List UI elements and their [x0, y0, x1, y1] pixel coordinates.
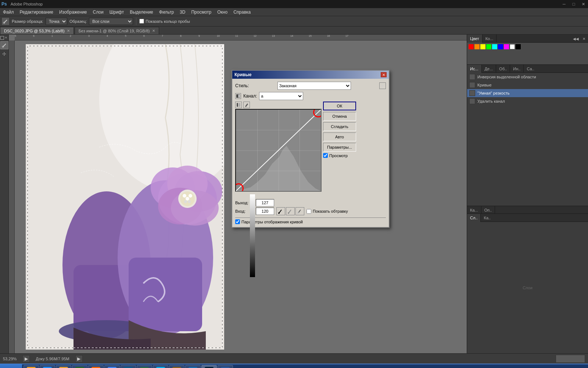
panel-tab-save[interactable]: Са..: [524, 65, 537, 73]
taskbar-media[interactable]: ▶: [72, 365, 87, 368]
taskbar-archive[interactable]: 📦: [169, 365, 184, 368]
swatch-cyan[interactable]: [492, 44, 497, 49]
swatch-green[interactable]: [486, 44, 491, 49]
ok-button[interactable]: ОК: [323, 102, 356, 110]
taskbar-explorer[interactable]: 📁: [24, 365, 39, 368]
panel-expand-btn[interactable]: ◀◀: [572, 35, 580, 43]
panel-collapse-btn[interactable]: ✕: [580, 35, 588, 43]
menubar: Файл Редактирование Изображение Слои Шри…: [0, 8, 588, 16]
minimize-button[interactable]: ─: [559, 0, 569, 8]
collapse-tools[interactable]: ✕: [5, 36, 8, 40]
taskbar-net[interactable]: 🌐: [121, 365, 136, 368]
size-select[interactable]: Точка: [46, 18, 67, 25]
menu-window[interactable]: Окно: [214, 8, 230, 16]
menu-select[interactable]: Выделение: [127, 8, 156, 16]
menu-file[interactable]: Файл: [0, 8, 17, 16]
swatch-blue[interactable]: [498, 44, 503, 49]
curves-titlebar: Кривые ✕: [232, 71, 389, 79]
panel-tab-color[interactable]: Цвет: [467, 35, 483, 43]
panel-controls: ◀◀ ✕: [572, 35, 588, 42]
menu-filter[interactable]: Фильтр: [156, 8, 177, 16]
status-arrow-btn[interactable]: ▶: [22, 355, 30, 362]
swatch-white[interactable]: [510, 44, 515, 49]
history-item-1[interactable]: Кривые: [467, 81, 588, 89]
history-item-3[interactable]: Удалить канал: [467, 97, 588, 105]
history-item-0[interactable]: Инверсия выделенной области: [467, 73, 588, 81]
swatch-red[interactable]: [469, 44, 474, 49]
photo-canvas: [26, 44, 224, 350]
panel-tab-info[interactable]: Ин..: [510, 65, 524, 73]
panel-tab-actions[interactable]: Де...: [482, 65, 496, 73]
preview-check[interactable]: [323, 153, 328, 158]
swatch-magenta[interactable]: [504, 44, 509, 49]
show-clipping-label[interactable]: Показать обтравку: [306, 209, 348, 214]
preview-toggle[interactable]: [235, 102, 242, 108]
black-eyedropper-btn[interactable]: [276, 207, 285, 215]
taskbar-chrome[interactable]: ◉: [104, 365, 120, 368]
taskbar-photoshop[interactable]: Ps: [201, 365, 217, 368]
swatch-orange[interactable]: [474, 44, 480, 49]
panel-tab-history[interactable]: Ис...: [467, 65, 482, 73]
swatch-black[interactable]: [516, 44, 521, 49]
history-item-2[interactable]: "Умная" резкость: [467, 89, 588, 97]
channel-select[interactable]: a: [259, 92, 303, 100]
tab-doc1[interactable]: DSC_0020.JPG @ 53,3% (Lab/8) ✕: [0, 27, 74, 34]
menu-layers[interactable]: Слои: [90, 8, 107, 16]
menu-edit[interactable]: Редактирование: [17, 8, 56, 16]
history-panel-content: Инверсия выделенной области Кривые "Умна…: [467, 73, 588, 204]
menu-image[interactable]: Изображение: [56, 8, 90, 16]
close-button[interactable]: ✕: [578, 0, 588, 8]
menu-3d[interactable]: 3D: [177, 8, 188, 16]
menu-view[interactable]: Просмотр: [188, 8, 214, 16]
status-thumbnail: [556, 355, 585, 363]
panel-tab-corrections[interactable]: Ко...: [483, 35, 497, 43]
status-nav-btn[interactable]: ▶: [75, 355, 83, 362]
pencil-btn[interactable]: [243, 102, 250, 108]
show-clipping-check[interactable]: [306, 209, 311, 214]
smooth-button[interactable]: Сгладить: [323, 122, 356, 131]
swatch-yellow[interactable]: [480, 44, 485, 49]
taskbar-outlook[interactable]: 📧: [185, 365, 201, 368]
panel-tab-channels[interactable]: Ка..: [481, 214, 494, 222]
taskbar-ie[interactable]: e: [40, 365, 55, 368]
curves-close-button[interactable]: ✕: [381, 72, 387, 77]
input-value[interactable]: [256, 208, 274, 215]
taskbar-items: 📁 e 📂 ▶ 🦊 ◉ 🌐 ⬇ S 📦 📧: [22, 365, 539, 368]
start-button[interactable]: ⊞: [0, 364, 22, 368]
white-eyedropper-btn[interactable]: [295, 207, 304, 215]
tab-doc2[interactable]: Без имени-1 @ 80% (Слой 19, RGB/8) ✕: [75, 27, 159, 34]
gray-eyedropper-btn[interactable]: [286, 207, 295, 215]
svg-point-20: [189, 194, 192, 198]
taskbar-skype[interactable]: S: [153, 365, 168, 368]
curves-menu-btn[interactable]: ≡: [379, 82, 386, 89]
expand-tools[interactable]: [0, 36, 4, 40]
taskbar-word[interactable]: W: [218, 365, 233, 368]
size-label: Размер образца:: [12, 19, 43, 24]
panel-tab-opacity[interactable]: Оп..: [481, 206, 495, 214]
maximize-button[interactable]: □: [569, 0, 578, 8]
options-button[interactable]: Параметры...: [323, 143, 356, 152]
taskbar-files[interactable]: 📂: [56, 365, 71, 368]
panel-tab-channels2[interactable]: Об..: [496, 65, 510, 73]
cancel-button[interactable]: Отмена: [323, 112, 356, 121]
curves-graph[interactable]: [235, 109, 322, 192]
curve-options-checkbox[interactable]: Параметры отображения кривой: [235, 219, 303, 224]
panel-tab-curves2[interactable]: Ка...: [467, 206, 481, 214]
show-ring-checkbox[interactable]: Показать кольцо пробы: [139, 19, 190, 24]
statusbar: 53,29% ▶ Доку 5.96M/7.95M ▶: [0, 353, 588, 364]
tab-close-2[interactable]: ✕: [152, 27, 155, 35]
style-select[interactable]: Заказная: [277, 82, 351, 90]
svg-point-30: [288, 212, 289, 214]
output-value[interactable]: [256, 199, 274, 206]
taskbar-torrent[interactable]: ⬇: [137, 365, 152, 368]
menu-type[interactable]: Шрифт: [107, 8, 127, 16]
nav-tool[interactable]: ☩: [0, 50, 8, 58]
panel-tab-layers[interactable]: Сл..: [467, 214, 481, 222]
taskbar-firefox[interactable]: 🦊: [88, 365, 104, 368]
sample-select[interactable]: Все слои: [89, 18, 133, 25]
tab-close-1[interactable]: ✕: [67, 27, 70, 35]
eyedropper-tool-btn[interactable]: [0, 41, 8, 49]
auto-button[interactable]: Авто: [323, 132, 356, 141]
menu-help[interactable]: Справка: [230, 8, 254, 16]
eyedropper-tool[interactable]: [1, 17, 10, 25]
